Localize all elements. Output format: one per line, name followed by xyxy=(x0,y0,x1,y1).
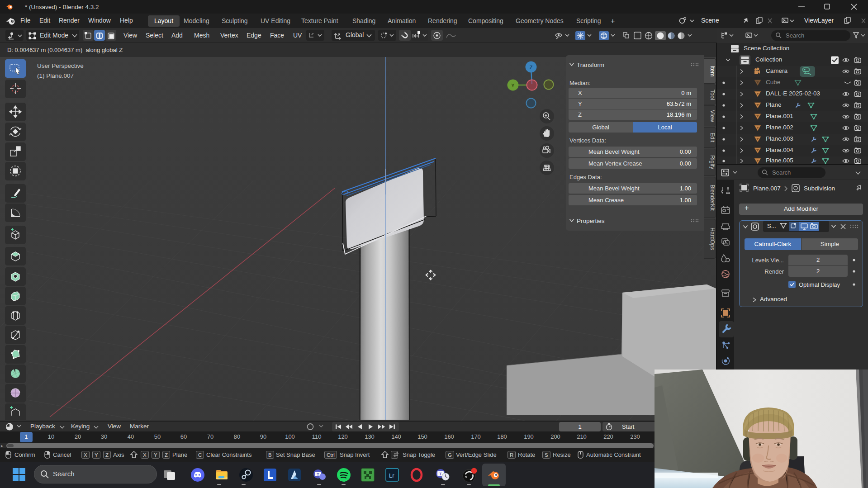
svg-text:T: T xyxy=(317,472,319,477)
svg-text:T: T xyxy=(439,472,442,476)
svg-text:Lr: Lr xyxy=(389,472,394,479)
svg-text:Y: Y xyxy=(511,83,515,88)
svg-text:Z: Z xyxy=(530,65,533,70)
